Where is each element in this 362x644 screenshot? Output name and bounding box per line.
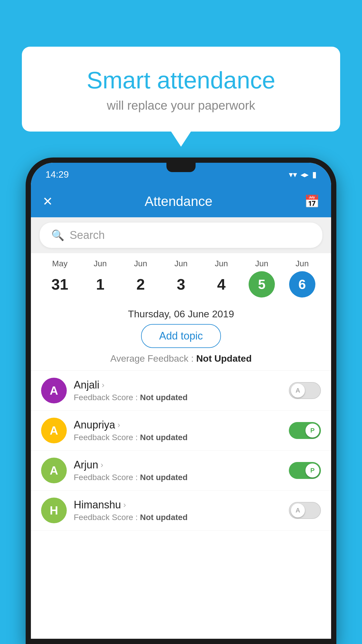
student-chevron-1: › (117, 420, 120, 430)
speech-bubble-container: Smart attendance will replace your paper… (22, 47, 340, 132)
calendar-date-0: 31 (47, 271, 73, 298)
toggle-container-2[interactable]: P (289, 462, 321, 479)
calendar-month-3: Jun (174, 259, 187, 268)
calendar-day-6[interactable]: Jun6 (289, 259, 315, 298)
status-icons: ▾▾ ◂▸ ▮ (289, 170, 317, 179)
bubble-subtitle: will replace your paperwork (39, 99, 323, 113)
student-item-3[interactable]: HHimanshu ›Feedback Score : Not updatedA (31, 491, 331, 531)
student-chevron-3: › (123, 500, 126, 510)
toggle-container-3[interactable]: A (289, 502, 321, 519)
calendar-day-2[interactable]: Jun2 (127, 259, 154, 298)
app-bar: ✕ Attendance 📅 (31, 185, 331, 217)
calendar-date-2: 2 (127, 271, 154, 298)
search-icon: 🔍 (51, 229, 64, 242)
student-info-2: Arjun ›Feedback Score : Not updated (74, 459, 282, 482)
calendar-month-0: May (52, 259, 68, 268)
student-info-0: Anjali ›Feedback Score : Not updated (74, 379, 282, 402)
attendance-toggle-3[interactable]: A (289, 502, 321, 519)
student-chevron-0: › (102, 380, 104, 390)
signal-icon: ◂▸ (301, 170, 309, 179)
bubble-title: Smart attendance (39, 67, 323, 93)
search-bar-container: 🔍 Search (31, 217, 331, 253)
toggle-knob-2: P (305, 463, 319, 477)
student-info-3: Himanshu ›Feedback Score : Not updated (74, 499, 282, 522)
wifi-icon: ▾▾ (289, 170, 297, 179)
student-list: AAnjali ›Feedback Score : Not updatedAAA… (31, 370, 331, 531)
student-name-2: Arjun › (74, 459, 282, 471)
student-name-0: Anjali › (74, 379, 282, 391)
search-placeholder: Search (70, 229, 105, 242)
student-avatar-1: A (41, 418, 67, 443)
calendar-strip: May31Jun1Jun2Jun3Jun4Jun5Jun6 (31, 253, 331, 302)
student-item-1[interactable]: AAnupriya ›Feedback Score : Not updatedP (31, 411, 331, 451)
attendance-toggle-1[interactable]: P (289, 422, 321, 439)
content-area: Thursday, 06 June 2019 Add topic Average… (31, 302, 331, 639)
search-bar[interactable]: 🔍 Search (40, 223, 322, 248)
toggle-container-1[interactable]: P (289, 422, 321, 439)
calendar-month-2: Jun (134, 259, 147, 268)
phone-screen: 14:29 ▾▾ ◂▸ ▮ ✕ Attendance 📅 🔍 Search (31, 163, 331, 639)
background: Smart attendance will replace your paper… (0, 0, 362, 644)
toggle-knob-1: P (305, 424, 319, 438)
avg-feedback-value: Not Updated (196, 353, 252, 364)
student-avatar-0: A (41, 378, 67, 403)
toggle-container-0[interactable]: A (289, 382, 321, 399)
student-name-1: Anupriya › (74, 419, 282, 431)
calendar-date-6: 6 (289, 271, 315, 298)
student-feedback-0: Feedback Score : Not updated (74, 393, 282, 402)
avg-feedback-label: Average Feedback : (110, 353, 196, 364)
phone-frame: 14:29 ▾▾ ◂▸ ▮ ✕ Attendance 📅 🔍 Search (26, 158, 336, 644)
calendar-date-5: 5 (249, 271, 275, 298)
attendance-toggle-2[interactable]: P (289, 462, 321, 479)
student-avatar-2: A (41, 458, 67, 483)
student-chevron-2: › (101, 460, 103, 470)
avg-feedback: Average Feedback : Not Updated (31, 353, 331, 370)
battery-icon: ▮ (312, 170, 317, 179)
calendar-day-0[interactable]: May31 (47, 259, 73, 298)
student-feedback-1: Feedback Score : Not updated (74, 433, 282, 442)
calendar-month-1: Jun (94, 259, 107, 268)
student-info-1: Anupriya ›Feedback Score : Not updated (74, 419, 282, 442)
add-topic-button[interactable]: Add topic (141, 324, 221, 348)
attendance-toggle-0[interactable]: A (289, 382, 321, 399)
student-name-3: Himanshu › (74, 499, 282, 511)
calendar-day-4[interactable]: Jun4 (208, 259, 235, 298)
phone-notch (166, 163, 196, 172)
speech-bubble: Smart attendance will replace your paper… (22, 47, 340, 132)
calendar-icon[interactable]: 📅 (304, 194, 319, 209)
calendar-day-5[interactable]: Jun5 (249, 259, 275, 298)
calendar-day-1[interactable]: Jun1 (87, 259, 113, 298)
student-avatar-3: H (41, 498, 67, 523)
calendar-date-1: 1 (87, 271, 113, 298)
student-item-0[interactable]: AAnjali ›Feedback Score : Not updatedA (31, 371, 331, 411)
close-icon[interactable]: ✕ (43, 194, 53, 209)
status-time: 14:29 (45, 169, 69, 180)
calendar-day-3[interactable]: Jun3 (168, 259, 194, 298)
calendar-date-3: 3 (168, 271, 194, 298)
selected-date-label: Thursday, 06 June 2019 (31, 302, 331, 324)
student-item-2[interactable]: AArjun ›Feedback Score : Not updatedP (31, 451, 331, 491)
student-feedback-3: Feedback Score : Not updated (74, 513, 282, 522)
calendar-month-5: Jun (255, 259, 268, 268)
calendar-month-4: Jun (215, 259, 228, 268)
calendar-month-6: Jun (296, 259, 309, 268)
toggle-knob-3: A (291, 503, 305, 517)
toggle-knob-0: A (291, 384, 305, 398)
calendar-date-4: 4 (208, 271, 235, 298)
app-bar-title: Attendance (145, 193, 212, 209)
student-feedback-2: Feedback Score : Not updated (74, 473, 282, 482)
